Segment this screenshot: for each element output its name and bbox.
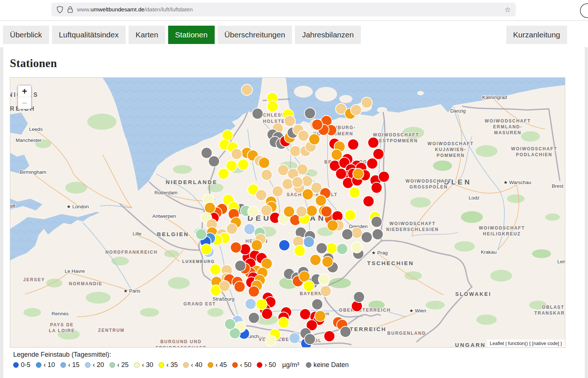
station-marker[interactable] — [196, 229, 207, 240]
station-marker[interactable] — [354, 291, 365, 302]
station-marker[interactable] — [320, 286, 331, 297]
station-marker[interactable] — [361, 232, 372, 243]
station-marker[interactable] — [368, 137, 379, 148]
station-marker[interactable] — [318, 274, 329, 285]
station-marker[interactable] — [210, 264, 221, 275]
tab-luftqualitätsindex[interactable]: Luftqualitätsindex — [52, 26, 126, 44]
station-marker[interactable] — [279, 240, 290, 251]
station-marker[interactable] — [241, 84, 252, 95]
station-marker[interactable] — [261, 169, 272, 180]
station-marker[interactable] — [248, 312, 259, 323]
bookmark-star-icon[interactable]: ☆ — [504, 6, 511, 13]
station-marker[interactable] — [303, 280, 314, 291]
station-marker[interactable] — [345, 210, 356, 221]
station-marker[interactable] — [290, 146, 301, 157]
station-marker[interactable] — [336, 168, 347, 179]
station-marker[interactable] — [245, 298, 256, 309]
station-marker[interactable] — [225, 319, 236, 330]
station-marker[interactable] — [256, 190, 267, 201]
map-attribution[interactable]: Leaflet | function() { [native code] } — [487, 340, 565, 347]
station-marker[interactable] — [351, 104, 362, 115]
station-marker[interactable] — [349, 187, 360, 198]
station-marker[interactable] — [261, 205, 272, 216]
station-marker[interactable] — [310, 254, 321, 265]
station-marker[interactable] — [267, 101, 278, 112]
station-marker[interactable] — [304, 108, 315, 119]
station-marker[interactable] — [231, 148, 242, 159]
station-marker[interactable] — [371, 216, 382, 227]
stations-map[interactable]: VEREINIGTESKÖNIGREICHNIEDERLANDEBELGIENL… — [10, 77, 565, 348]
station-marker[interactable] — [303, 236, 314, 247]
station-marker[interactable] — [351, 227, 362, 238]
station-marker[interactable] — [367, 158, 378, 169]
station-marker[interactable] — [252, 108, 263, 119]
station-marker[interactable] — [300, 309, 311, 320]
station-marker[interactable] — [340, 326, 351, 337]
station-marker[interactable] — [230, 242, 241, 253]
tab-überblick[interactable]: Überblick — [3, 26, 49, 44]
station-marker[interactable] — [321, 206, 332, 217]
station-marker[interactable] — [309, 134, 320, 145]
station-marker[interactable] — [294, 245, 305, 256]
station-marker[interactable] — [284, 206, 295, 217]
station-marker[interactable] — [312, 119, 323, 130]
station-marker[interactable] — [363, 196, 374, 207]
station-marker[interactable] — [226, 223, 237, 234]
station-marker[interactable] — [324, 331, 335, 342]
station-marker[interactable] — [342, 229, 353, 240]
station-marker[interactable] — [284, 115, 295, 126]
station-marker[interactable] — [235, 260, 246, 271]
station-marker[interactable] — [244, 224, 255, 235]
station-marker[interactable] — [372, 229, 383, 240]
station-marker[interactable] — [262, 308, 273, 319]
profile-avatar-partial[interactable] — [580, 3, 588, 18]
station-marker[interactable] — [234, 281, 245, 292]
station-marker[interactable] — [322, 256, 333, 267]
station-marker[interactable] — [204, 202, 215, 213]
station-marker[interactable] — [351, 242, 362, 253]
url-bar[interactable]: www.umweltbundesamt.de/daten/luft/luftda… — [51, 3, 516, 16]
station-marker[interactable] — [337, 243, 348, 254]
tab-jahresbilanzen[interactable]: Jahresbilanzen — [295, 26, 360, 44]
map-canvas[interactable]: VEREINIGTESKÖNIGREICHNIEDERLANDEBELGIENL… — [10, 78, 565, 347]
station-marker[interactable] — [256, 299, 267, 310]
station-marker[interactable] — [248, 286, 259, 297]
station-marker[interactable] — [315, 311, 326, 322]
station-marker[interactable] — [326, 243, 337, 254]
station-marker[interactable] — [208, 156, 219, 167]
station-marker[interactable] — [289, 333, 300, 344]
station-marker[interactable] — [278, 165, 289, 176]
zoom-out-button[interactable]: − — [18, 97, 31, 109]
station-marker[interactable] — [378, 171, 389, 182]
tab-stationen[interactable]: Stationen — [168, 26, 215, 44]
station-marker[interactable] — [353, 168, 364, 179]
station-marker[interactable] — [298, 130, 309, 141]
station-marker[interactable] — [373, 148, 384, 159]
station-marker[interactable] — [248, 206, 259, 217]
station-marker[interactable] — [251, 240, 262, 251]
zoom-in-button[interactable]: + — [18, 85, 31, 97]
tab-kurzanleitung[interactable]: Kurzanleitung — [506, 26, 567, 44]
station-marker[interactable] — [219, 280, 230, 291]
station-marker[interactable] — [272, 186, 283, 197]
station-marker[interactable] — [282, 179, 293, 190]
station-marker[interactable] — [315, 195, 326, 206]
tab-karten[interactable]: Karten — [129, 26, 165, 44]
tab-überschreitungen[interactable]: Überschreitungen — [218, 26, 292, 44]
station-marker[interactable] — [348, 139, 359, 150]
station-marker[interactable] — [361, 97, 372, 108]
station-marker[interactable] — [296, 206, 307, 217]
station-marker[interactable] — [278, 317, 289, 328]
station-marker[interactable] — [265, 335, 276, 346]
station-marker[interactable] — [226, 160, 237, 171]
station-marker[interactable] — [304, 334, 315, 345]
station-marker[interactable] — [238, 159, 249, 170]
station-marker[interactable] — [327, 220, 338, 231]
station-marker[interactable] — [218, 168, 229, 179]
station-marker[interactable] — [316, 243, 327, 254]
station-marker[interactable] — [201, 244, 212, 255]
station-marker[interactable] — [292, 177, 303, 188]
station-marker[interactable] — [259, 157, 270, 168]
station-marker[interactable] — [371, 182, 382, 193]
station-marker[interactable] — [312, 299, 323, 310]
